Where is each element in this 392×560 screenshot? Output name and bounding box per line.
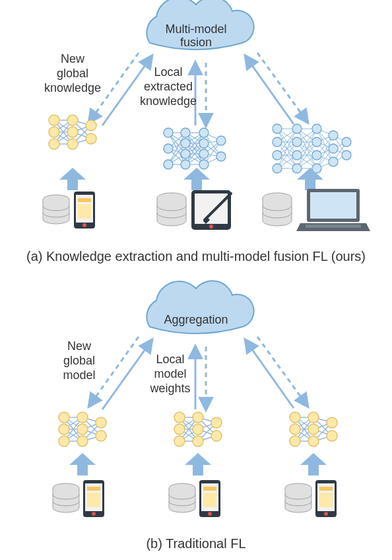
arrow-down-right-a [257, 53, 308, 122]
svg-text:Local: Local [154, 65, 182, 79]
svg-text:knowledge: knowledge [140, 94, 197, 108]
net-b-3 [290, 412, 337, 446]
svg-point-75 [199, 160, 209, 169]
svg-point-228 [290, 436, 300, 446]
svg-rect-243 [203, 487, 216, 491]
svg-point-134 [292, 151, 302, 160]
cloud-b-line1: Aggregation [164, 313, 228, 326]
svg-text:New: New [61, 52, 85, 65]
db-right-a [263, 193, 292, 226]
svg-point-227 [290, 424, 300, 435]
fat-arrows-a [59, 168, 323, 190]
client-b-3 [285, 480, 337, 517]
svg-text:weights: weights [149, 382, 190, 395]
svg-text:extracted: extracted [144, 80, 193, 93]
label-left-a: New global knowledge [44, 52, 101, 94]
svg-point-208 [193, 436, 203, 446]
net-b-2 [174, 412, 222, 446]
svg-point-28 [86, 133, 96, 144]
db-mid-a [157, 193, 186, 226]
svg-point-230 [308, 424, 319, 435]
svg-rect-149 [78, 204, 91, 219]
arrow-down-left-b [89, 337, 139, 406]
net-large-a [273, 124, 351, 173]
svg-point-150 [82, 223, 86, 227]
svg-point-131 [273, 164, 282, 173]
svg-point-203 [174, 412, 185, 423]
svg-point-186 [96, 417, 106, 428]
svg-point-135 [292, 164, 302, 173]
svg-rect-148 [78, 198, 91, 202]
svg-point-142 [329, 157, 338, 166]
svg-text:model: model [63, 368, 95, 382]
svg-text:Local: Local [156, 353, 184, 366]
svg-rect-250 [319, 493, 333, 507]
svg-point-141 [329, 144, 338, 153]
svg-point-67 [164, 160, 173, 169]
svg-point-136 [312, 124, 321, 133]
net-small-a [49, 115, 96, 149]
svg-point-26 [67, 139, 78, 149]
net-b-1 [59, 412, 106, 446]
svg-point-129 [273, 137, 282, 147]
arrow-up-right-a [245, 56, 294, 124]
svg-point-22 [49, 127, 59, 137]
caption-b: (b) Traditional FL [146, 536, 245, 551]
caption-a: (a) Knowledge extraction and multi-model… [26, 249, 366, 263]
svg-point-245 [208, 512, 212, 516]
svg-rect-244 [203, 493, 216, 507]
cloud-a-line2: fusion [180, 36, 212, 49]
svg-point-181 [59, 424, 69, 435]
svg-point-205 [174, 436, 185, 446]
label-left-b: New global model [63, 339, 95, 382]
svg-rect-238 [87, 493, 100, 507]
svg-point-180 [59, 412, 69, 423]
svg-rect-158 [306, 225, 361, 228]
svg-point-21 [49, 115, 59, 125]
svg-point-137 [312, 137, 321, 147]
svg-point-233 [327, 431, 337, 441]
svg-point-185 [77, 436, 88, 446]
svg-text:New: New [67, 339, 92, 353]
label-mid-b: Local model weights [149, 353, 190, 395]
svg-point-77 [216, 152, 226, 161]
cloud-a-line1: Multi-model [165, 22, 226, 36]
svg-text:model: model [154, 367, 186, 380]
svg-point-232 [327, 417, 337, 428]
svg-point-251 [324, 512, 328, 516]
svg-point-130 [273, 151, 282, 160]
arrow-up-right-b [245, 340, 294, 408]
svg-point-229 [308, 412, 319, 423]
svg-rect-157 [310, 192, 356, 219]
svg-point-226 [290, 412, 300, 423]
arrow-down-right-b [257, 337, 308, 406]
svg-point-24 [67, 115, 78, 125]
client-b-2 [169, 480, 220, 517]
svg-point-143 [342, 137, 351, 147]
svg-point-23 [49, 139, 59, 149]
tablet-icon [191, 190, 231, 230]
fat-arrows-b [69, 453, 327, 475]
svg-point-183 [77, 412, 88, 423]
panel-a: Multi-model fusion New global knowledge … [26, 0, 370, 263]
phone-icon-a [74, 192, 95, 228]
svg-text:global: global [57, 67, 88, 80]
svg-point-140 [329, 131, 338, 140]
svg-point-76 [216, 136, 226, 145]
svg-point-66 [164, 144, 173, 153]
svg-point-206 [193, 412, 203, 423]
svg-point-239 [92, 512, 96, 516]
client-b-1 [53, 480, 104, 517]
svg-point-182 [59, 436, 69, 446]
svg-point-70 [181, 149, 190, 158]
svg-point-231 [308, 436, 319, 446]
svg-point-207 [193, 424, 203, 435]
svg-point-72 [199, 128, 209, 137]
panel-b: Aggregation New global model Local model… [53, 281, 337, 551]
svg-point-133 [292, 137, 302, 147]
svg-rect-249 [319, 487, 333, 491]
svg-point-154 [209, 225, 213, 228]
laptop-icon [296, 189, 370, 231]
svg-text:global: global [63, 354, 95, 367]
svg-point-73 [199, 139, 209, 148]
